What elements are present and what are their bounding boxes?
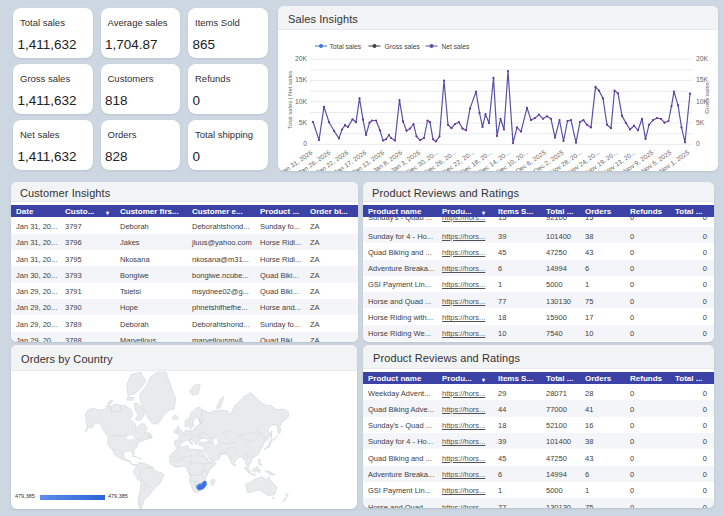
- svg-text:Gross sales: Gross sales: [385, 43, 421, 50]
- svg-text:5K: 5K: [299, 119, 308, 126]
- svg-text:15K: 15K: [696, 76, 709, 83]
- svg-text:0: 0: [303, 140, 307, 147]
- svg-text:Gross sales: Gross sales: [704, 82, 710, 114]
- svg-text:0: 0: [696, 140, 700, 147]
- svg-text:20K: 20K: [696, 55, 709, 62]
- svg-text:5K: 5K: [696, 119, 705, 126]
- svg-text:15K: 15K: [295, 76, 308, 83]
- svg-text:Total sales: Total sales: [330, 43, 362, 50]
- svg-text:20K: 20K: [295, 55, 308, 62]
- svg-text:Net sales: Net sales: [442, 43, 471, 50]
- svg-text:10K: 10K: [295, 98, 308, 105]
- svg-text:Total sales | Net sales: Total sales | Net sales: [287, 71, 293, 129]
